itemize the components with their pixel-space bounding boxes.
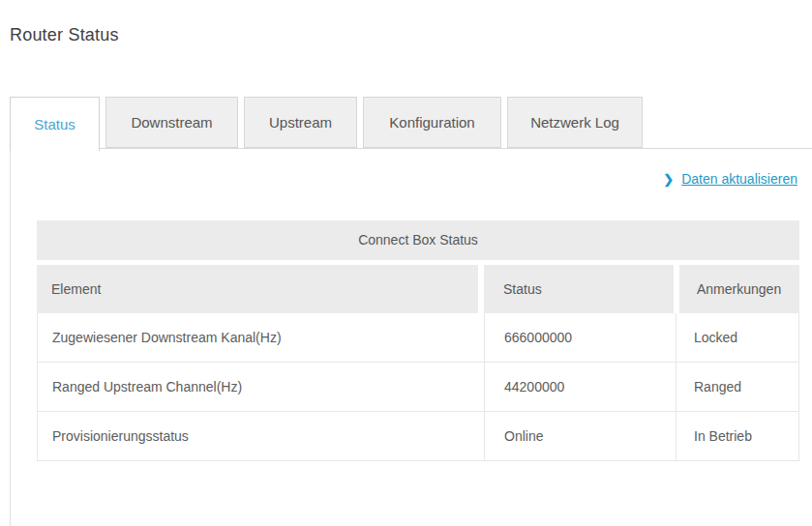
connect-box-status-table: Connect Box Status Element Status Anmerk… xyxy=(37,220,799,461)
chevron-right-icon: ❯ xyxy=(663,172,674,187)
refresh-data-link[interactable]: ❯ Daten aktualisieren xyxy=(663,171,797,187)
table-row: Provisionierungsstatus Online In Betrieb xyxy=(38,412,798,461)
tab-netzwerk-log[interactable]: Netzwerk Log xyxy=(507,97,643,148)
column-header-element: Element xyxy=(37,265,478,313)
table-row: Zugewiesener Downstream Kanal(Hz) 666000… xyxy=(38,313,798,363)
refresh-data-link-label: Daten aktualisieren xyxy=(681,171,797,187)
tab-status-label: Status xyxy=(34,116,75,132)
tab-content-panel: ❯ Daten aktualisieren Connect Box Status… xyxy=(10,148,812,526)
page-title: Router Status xyxy=(10,25,812,45)
tab-downstream[interactable]: Downstream xyxy=(105,97,238,148)
tab-upstream-label: Upstream xyxy=(269,114,332,131)
refresh-row: ❯ Daten aktualisieren xyxy=(11,149,812,190)
column-header-status: Status xyxy=(484,265,674,313)
table-row: Ranged Upstream Channel(Hz) 44200000 Ran… xyxy=(38,363,798,412)
cell-status: 44200000 xyxy=(484,363,676,411)
cell-anmerkungen: Locked xyxy=(676,313,798,362)
cell-status: Online xyxy=(484,412,676,460)
tab-konfiguration-label: Konfiguration xyxy=(389,114,474,131)
tab-downstream-label: Downstream xyxy=(131,114,212,131)
tab-konfiguration[interactable]: Konfiguration xyxy=(363,97,501,148)
tab-status[interactable]: Status xyxy=(10,97,100,151)
table-header-row: Element Status Anmerkungen xyxy=(37,265,799,313)
tab-upstream[interactable]: Upstream xyxy=(244,97,357,148)
cell-anmerkungen: Ranged xyxy=(676,363,798,411)
table-caption: Connect Box Status xyxy=(37,220,799,260)
cell-element: Zugewiesener Downstream Kanal(Hz) xyxy=(38,313,484,362)
tab-bar: Status Downstream Upstream Konfiguration… xyxy=(10,97,812,148)
table-body: Zugewiesener Downstream Kanal(Hz) 666000… xyxy=(37,313,799,461)
router-status-page: Router Status Status Downstream Upstream… xyxy=(0,25,812,526)
cell-element: Ranged Upstream Channel(Hz) xyxy=(38,363,484,411)
cell-status: 666000000 xyxy=(484,313,676,362)
cell-element: Provisionierungsstatus xyxy=(38,412,484,460)
column-header-anmerkungen: Anmerkungen xyxy=(679,265,799,313)
cell-anmerkungen: In Betrieb xyxy=(676,412,798,460)
tab-netzwerk-log-label: Netzwerk Log xyxy=(530,114,619,131)
